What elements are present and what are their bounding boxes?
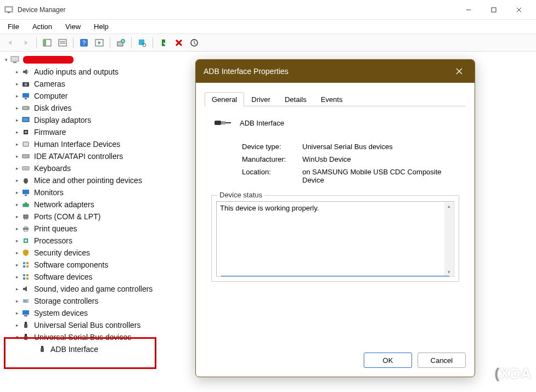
caret-right-icon[interactable]: ▸ bbox=[13, 186, 21, 198]
back-button[interactable] bbox=[3, 36, 18, 50]
device-name: ADB Interface bbox=[240, 119, 284, 127]
caret-right-icon[interactable]: ▸ bbox=[13, 223, 21, 235]
caret-right-icon[interactable]: ▸ bbox=[13, 283, 21, 295]
tab-details[interactable]: Details bbox=[278, 92, 314, 106]
tab-general[interactable]: General bbox=[205, 92, 244, 106]
svg-rect-65 bbox=[24, 324, 27, 328]
device-status-text: This device is working properly. bbox=[220, 204, 319, 212]
svg-rect-36 bbox=[22, 155, 29, 158]
caret-right-icon[interactable]: ▸ bbox=[13, 259, 21, 271]
menu-file[interactable]: File bbox=[5, 21, 21, 32]
caret-right-icon[interactable]: ▸ bbox=[13, 295, 21, 307]
tree-item-label: Sound, video and game controllers bbox=[34, 283, 153, 295]
tree-item-label: Firmware bbox=[34, 126, 66, 138]
enable-device-button[interactable] bbox=[156, 36, 171, 50]
manufacturer-value: WinUsb Device bbox=[302, 155, 460, 163]
caret-right-icon[interactable]: ▸ bbox=[13, 307, 21, 319]
minimize-button[interactable] bbox=[456, 1, 481, 19]
caret-right-icon[interactable]: ▸ bbox=[13, 162, 21, 174]
svg-rect-35 bbox=[23, 142, 29, 146]
svg-rect-72 bbox=[215, 121, 221, 125]
dialog-content: ADB Interface Device type: Universal Ser… bbox=[204, 106, 467, 287]
ide-icon bbox=[21, 152, 31, 161]
tree-item-label: Print queues bbox=[34, 223, 77, 235]
toolbar-sep bbox=[110, 37, 110, 48]
camera-icon bbox=[21, 79, 31, 88]
tree-item-label: Mice and other pointing devices bbox=[34, 174, 142, 186]
tab-events[interactable]: Events bbox=[314, 92, 350, 106]
menu-help[interactable]: Help bbox=[92, 21, 111, 32]
svg-rect-62 bbox=[22, 310, 29, 315]
caret-right-icon[interactable]: ▸ bbox=[13, 198, 21, 211]
svg-rect-55 bbox=[26, 265, 29, 268]
tree-item-label: Software devices bbox=[34, 271, 93, 283]
svg-rect-66 bbox=[25, 334, 27, 336]
maximize-button[interactable] bbox=[481, 1, 506, 19]
caret-right-icon[interactable]: ▸ bbox=[13, 247, 21, 259]
tree-item-label: Keyboards bbox=[34, 162, 71, 174]
caret-right-icon[interactable]: ▸ bbox=[13, 90, 21, 102]
caret-right-icon[interactable]: ▸ bbox=[13, 211, 21, 223]
caret-right-icon[interactable]: ▸ bbox=[13, 138, 21, 150]
caret-right-icon[interactable]: ▸ bbox=[13, 319, 21, 331]
svg-rect-74 bbox=[225, 122, 231, 123]
caret-right-icon[interactable]: ▸ bbox=[13, 235, 21, 247]
caret-right-icon[interactable]: ▸ bbox=[13, 114, 21, 126]
disable-device-button[interactable] bbox=[187, 36, 201, 50]
tree-item-label: Software components bbox=[34, 259, 108, 271]
scan-hardware-button[interactable] bbox=[135, 36, 149, 50]
caret-down-icon[interactable]: ▾ bbox=[2, 54, 10, 66]
redacted-root-label bbox=[23, 56, 74, 64]
usb-icon bbox=[21, 321, 31, 329]
dialog-titlebar[interactable]: ADB Interface Properties bbox=[196, 60, 475, 83]
help-button[interactable]: ? bbox=[77, 36, 91, 50]
disk-icon bbox=[21, 104, 31, 112]
caret-right-icon[interactable]: ▸ bbox=[13, 126, 21, 138]
usb-plug-icon bbox=[213, 116, 232, 129]
svg-rect-64 bbox=[25, 322, 27, 324]
svg-rect-28 bbox=[25, 98, 27, 99]
svg-rect-52 bbox=[23, 262, 25, 264]
caret-right-icon[interactable]: ▸ bbox=[13, 174, 21, 186]
properties-button[interactable] bbox=[55, 36, 70, 50]
highlight-box bbox=[4, 337, 156, 369]
menu-view[interactable]: View bbox=[63, 21, 83, 32]
svg-rect-42 bbox=[23, 204, 29, 207]
window-controls bbox=[456, 1, 532, 19]
svg-rect-51 bbox=[25, 240, 27, 242]
caret-right-icon[interactable]: ▸ bbox=[13, 271, 21, 283]
caret-right-icon[interactable]: ▸ bbox=[13, 78, 21, 90]
tree-item-label: Disk drives bbox=[34, 102, 71, 114]
device-status-fieldset: Device status This device is working pro… bbox=[211, 195, 459, 282]
svg-rect-8 bbox=[43, 39, 46, 46]
svg-rect-23 bbox=[11, 56, 19, 61]
properties-dialog: ADB Interface Properties General Driver … bbox=[195, 59, 475, 377]
svg-rect-63 bbox=[24, 315, 27, 316]
close-button[interactable] bbox=[506, 1, 532, 19]
svg-rect-2 bbox=[8, 12, 10, 13]
status-scrollbar[interactable]: ▴ ▾ bbox=[444, 202, 453, 276]
device-status-textbox[interactable]: This device is working properly. ▴ ▾ bbox=[216, 201, 454, 277]
cancel-button[interactable]: Cancel bbox=[417, 353, 466, 368]
update-driver-button[interactable] bbox=[114, 36, 128, 50]
svg-rect-59 bbox=[26, 277, 29, 280]
caret-right-icon[interactable]: ▸ bbox=[13, 150, 21, 162]
scroll-down-icon[interactable]: ▾ bbox=[447, 268, 452, 276]
uninstall-device-button[interactable] bbox=[172, 36, 186, 50]
menu-action[interactable]: Action bbox=[30, 21, 54, 32]
tab-driver[interactable]: Driver bbox=[244, 92, 278, 106]
tree-item-label: Processors bbox=[34, 235, 72, 247]
dialog-title: ADB Interface Properties bbox=[204, 67, 289, 76]
ok-button[interactable]: OK bbox=[364, 353, 412, 368]
svg-rect-41 bbox=[25, 195, 27, 196]
show-hide-console-button[interactable] bbox=[40, 36, 54, 50]
caret-right-icon[interactable]: ▸ bbox=[13, 66, 21, 78]
dialog-close-button[interactable] bbox=[452, 64, 467, 79]
svg-rect-32 bbox=[23, 118, 29, 121]
window-titlebar: Device Manager bbox=[0, 0, 536, 20]
action-button[interactable] bbox=[92, 36, 106, 50]
forward-button[interactable] bbox=[19, 36, 33, 50]
caret-right-icon[interactable]: ▸ bbox=[13, 102, 21, 114]
scroll-up-icon[interactable]: ▴ bbox=[447, 202, 452, 210]
svg-rect-54 bbox=[23, 265, 25, 268]
